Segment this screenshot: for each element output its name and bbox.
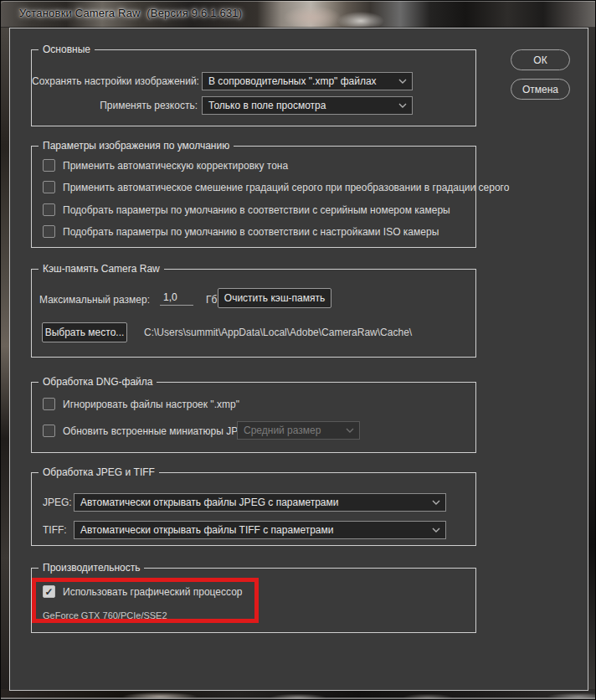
defaults-iso-checkbox-row[interactable]: Подобрать параметры по умолчанию в соотв…: [43, 225, 439, 238]
cache-location-path: C:\Users\summit\AppData\Local\Adobe\Came…: [144, 327, 412, 338]
group-general: Основные Сохранять настройки изображений…: [31, 49, 476, 126]
window-titlebar[interactable]: Установки Camera Raw (Версия 9.6.1.631): [1, 1, 596, 28]
chevron-down-icon: [346, 428, 354, 434]
camera-raw-preferences-window: Установки Camera Raw (Версия 9.6.1.631) …: [0, 0, 596, 700]
dialog-panel: ОК Отмена Основные Сохранять настройки и…: [9, 28, 588, 691]
group-dng-title: Обработка DNG-файла: [39, 376, 157, 389]
window-title: Установки Camera Raw (Версия 9.6.1.631): [19, 7, 242, 19]
checkbox-icon[interactable]: [43, 425, 55, 437]
defaults-serial-label: Подобрать параметры по умолчанию в соотв…: [63, 204, 450, 216]
sharpen-dropdown[interactable]: Только в поле просмотра: [202, 96, 413, 115]
update-previews-checkbox-row[interactable]: Обновить встроенные миниатюры JPEG:: [43, 425, 255, 437]
ignore-xmp-checkbox-row[interactable]: Игнорировать файлы настроек ".xmp": [43, 398, 239, 410]
jpeg-handling-value: Автоматически открывать файлы JPEG с пар…: [80, 497, 338, 508]
chevron-down-icon: [432, 500, 440, 506]
group-dng: Обработка DNG-файла Игнорировать файлы н…: [31, 382, 476, 453]
cancel-button[interactable]: Отмена: [511, 79, 570, 100]
auto-grayscale-label: Применить автоматическое смешение градац…: [63, 182, 509, 193]
purge-cache-button[interactable]: Очистить кэш-память: [218, 288, 331, 308]
group-performance-title: Производительность: [39, 562, 144, 574]
checkbox-icon[interactable]: [43, 203, 55, 216]
group-cache-title: Кэш-память Camera Raw: [39, 263, 164, 275]
group-cache: Кэш-память Camera Raw Максимальный разме…: [31, 269, 476, 358]
save-settings-value: В сопроводительных ".xmp" файлах: [208, 75, 377, 87]
defaults-serial-checkbox-row[interactable]: Подобрать параметры по умолчанию в соотв…: [43, 203, 450, 216]
checkbox-icon[interactable]: [43, 159, 55, 172]
checkbox-icon[interactable]: [43, 225, 55, 238]
use-gpu-checkbox-row[interactable]: Использовать графический процессор: [43, 585, 243, 598]
auto-grayscale-checkbox-row[interactable]: Применить автоматическое смешение градац…: [43, 181, 509, 193]
checkbox-icon[interactable]: [43, 398, 55, 410]
group-defaults-title: Параметры изображения по умолчанию: [39, 140, 234, 152]
use-gpu-label: Использовать графический процессор: [63, 586, 243, 598]
preview-size-value: Средний размер: [244, 425, 321, 436]
group-defaults: Параметры изображения по умолчанию Приме…: [31, 146, 476, 248]
update-previews-label: Обновить встроенные миниатюры JPEG:: [63, 425, 255, 437]
chevron-down-icon: [398, 79, 407, 85]
window-frame-left: [1, 28, 9, 691]
max-size-label: Максимальный размер:: [39, 294, 150, 306]
auto-tone-checkbox-row[interactable]: Применить автоматическую корректировку т…: [43, 159, 288, 172]
max-size-unit: Гб: [206, 294, 217, 306]
chevron-down-icon: [398, 103, 407, 109]
tiff-handling-value: Автоматически открывать файлы TIFF с пар…: [80, 524, 333, 536]
max-size-input[interactable]: 1,0: [160, 291, 193, 306]
group-jpeg-tiff-title: Обработка JPEG и TIFF: [39, 466, 159, 479]
tiff-label: TIFF:: [43, 524, 67, 536]
save-settings-dropdown[interactable]: В сопроводительных ".xmp" файлах: [202, 72, 413, 90]
group-general-title: Основные: [39, 44, 95, 56]
checkbox-checked-icon[interactable]: [43, 585, 55, 598]
checkbox-icon[interactable]: [43, 181, 55, 193]
sharpen-label: Применять резкость:: [32, 100, 198, 111]
sharpen-value: Только в поле просмотра: [208, 100, 326, 111]
defaults-iso-label: Подобрать параметры по умолчанию в соотв…: [63, 226, 439, 238]
preview-size-dropdown: Средний размер: [237, 421, 360, 440]
ignore-xmp-label: Игнорировать файлы настроек ".xmp": [63, 399, 239, 410]
gpu-name-text: GeForce GTX 760/PCIe/SSE2: [43, 610, 167, 620]
auto-tone-label: Применить автоматическую корректировку т…: [63, 160, 288, 172]
save-settings-label: Сохранять настройки изображений:: [32, 75, 198, 87]
chevron-down-icon: [432, 528, 440, 533]
jpeg-handling-dropdown[interactable]: Автоматически открывать файлы JPEG с пар…: [74, 493, 446, 512]
group-jpeg-tiff: Обработка JPEG и TIFF JPEG: Автоматическ…: [31, 472, 476, 546]
group-performance: Производительность Использовать графичес…: [31, 568, 476, 633]
tiff-handling-dropdown[interactable]: Автоматически открывать файлы TIFF с пар…: [74, 521, 446, 539]
jpeg-label: JPEG:: [43, 497, 72, 508]
ok-button[interactable]: ОК: [511, 49, 570, 70]
select-location-button[interactable]: Выбрать место...: [42, 322, 127, 342]
